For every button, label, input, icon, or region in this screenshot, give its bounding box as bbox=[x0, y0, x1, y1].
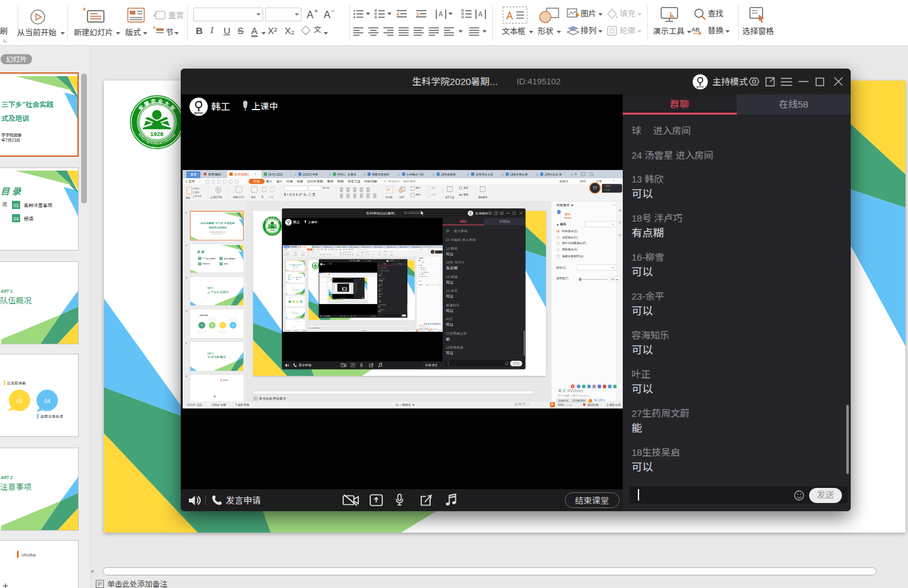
svg-text:AB: AB bbox=[691, 26, 700, 33]
svg-text:01: 01 bbox=[199, 257, 201, 259]
svg-text:03: 03 bbox=[222, 324, 224, 327]
svg-text:出发前准备: 出发前准备 bbox=[7, 380, 26, 386]
svg-text:三下乡队伍概况: 三下乡队伍概况 bbox=[292, 289, 300, 291]
svg-text:三下乡”社会实践: 三下乡”社会实践 bbox=[1, 99, 54, 109]
svg-text:况: 况 bbox=[2, 200, 7, 207]
svg-text:ofnxiba: ofnxiba bbox=[297, 321, 300, 322]
svg-text:genius: genius bbox=[194, 111, 203, 115]
svg-text:目 录: 目 录 bbox=[197, 249, 205, 254]
svg-text:A: A bbox=[439, 11, 443, 18]
svg-text:三下乡队伍概况: 三下乡队伍概况 bbox=[207, 290, 229, 294]
svg-text:活动仪式及培训: 活动仪式及培训 bbox=[208, 225, 227, 229]
svg-text:02: 02 bbox=[293, 302, 295, 302]
svg-text:02: 02 bbox=[199, 263, 201, 265]
svg-text:目 录: 目 录 bbox=[1, 184, 22, 197]
svg-text:式及培训: 式及培训 bbox=[1, 113, 29, 123]
svg-text:三下乡队伍概况: 三下乡队伍概况 bbox=[203, 257, 215, 260]
svg-text:年7月23日: 年7月23日 bbox=[1, 137, 20, 143]
svg-text:01: 01 bbox=[201, 324, 203, 327]
svg-text:结语: 结语 bbox=[224, 263, 228, 265]
svg-text:各种注意事项: 各种注意事项 bbox=[224, 257, 236, 260]
svg-text:结语: 结语 bbox=[298, 278, 299, 280]
svg-text:04: 04 bbox=[220, 263, 222, 265]
svg-text:ofnxiba: ofnxiba bbox=[21, 553, 36, 557]
svg-text:03: 03 bbox=[297, 302, 298, 302]
svg-text:A: A bbox=[479, 11, 483, 18]
svg-text:03: 03 bbox=[16, 398, 23, 404]
svg-text:1928: 1928 bbox=[150, 130, 164, 137]
svg-text:1928: 1928 bbox=[270, 229, 275, 232]
svg-text:各项注意事项: 各项注意事项 bbox=[207, 354, 225, 359]
svg-text:队伍概况: 队伍概况 bbox=[0, 294, 32, 306]
svg-text:ART 1: ART 1 bbox=[0, 289, 13, 293]
svg-text:2020年暑期"三下乡"社会实践: 2020年暑期"三下乡"社会实践 bbox=[200, 221, 235, 225]
svg-text:04: 04 bbox=[14, 217, 19, 221]
svg-text:04: 04 bbox=[44, 398, 50, 404]
svg-text:genius: genius bbox=[696, 86, 704, 88]
svg-text:ofnxiba: ofnxiba bbox=[223, 379, 229, 382]
svg-text:*: * bbox=[153, 25, 156, 33]
svg-text:*: * bbox=[82, 6, 86, 16]
svg-text:03: 03 bbox=[14, 203, 19, 208]
svg-text:1928: 1928 bbox=[314, 267, 316, 268]
svg-text:返程注意事项: 返程注意事项 bbox=[40, 414, 63, 419]
svg-text:各种注意事项: 各种注意事项 bbox=[24, 201, 52, 208]
svg-text:结语: 结语 bbox=[24, 215, 33, 222]
svg-text:02: 02 bbox=[211, 324, 213, 327]
svg-text:03: 03 bbox=[220, 257, 222, 259]
svg-text:genius: genius bbox=[287, 224, 290, 225]
svg-text:genius: genius bbox=[469, 215, 472, 215]
svg-text:活动安排: 活动安排 bbox=[203, 263, 210, 265]
svg-text:ART 2: ART 2 bbox=[0, 475, 13, 480]
svg-text:A: A bbox=[506, 11, 513, 21]
svg-text:04: 04 bbox=[232, 324, 234, 327]
svg-text:04: 04 bbox=[301, 302, 302, 302]
svg-text:目 录: 目 录 bbox=[288, 274, 290, 276]
svg-text:01: 01 bbox=[290, 302, 291, 302]
svg-text:出发前准备: 出发前准备 bbox=[200, 314, 208, 317]
svg-text:各项注意事项: 各项注意事项 bbox=[292, 312, 298, 314]
svg-text:注意事项: 注意事项 bbox=[0, 480, 31, 492]
